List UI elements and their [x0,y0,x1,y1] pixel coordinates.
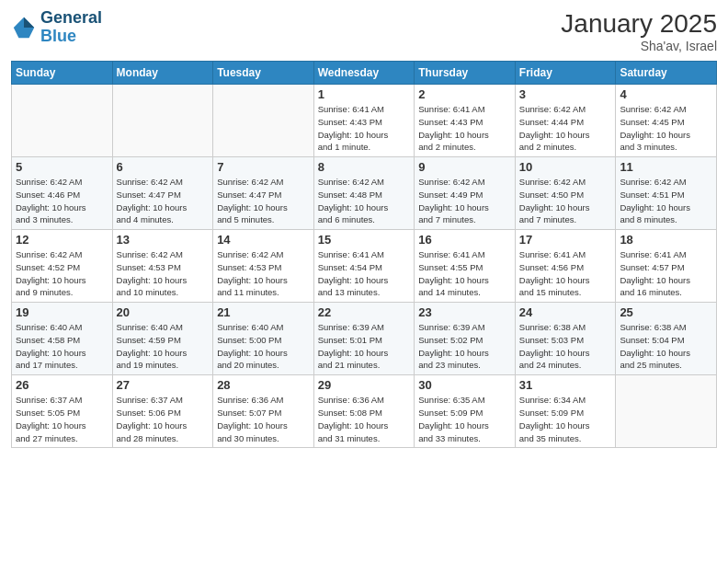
day-info: Sunrise: 6:41 AM Sunset: 4:56 PM Dayligh… [519,248,612,299]
calendar-cell: 28Sunrise: 6:36 AM Sunset: 5:07 PM Dayli… [213,375,314,448]
day-number: 21 [217,305,310,319]
calendar-cell: 1Sunrise: 6:41 AM Sunset: 4:43 PM Daylig… [313,85,415,157]
day-number: 2 [418,87,511,101]
day-number: 13 [117,233,210,247]
day-info: Sunrise: 6:35 AM Sunset: 5:09 PM Dayligh… [418,394,511,444]
day-number: 19 [16,305,108,319]
day-number: 12 [16,233,108,247]
calendar-week-5: 26Sunrise: 6:37 AM Sunset: 5:05 PM Dayli… [12,375,717,448]
title-block: January 2025 Sha'av, Israel [561,9,717,53]
day-number: 20 [117,305,210,319]
calendar-cell: 8Sunrise: 6:42 AM Sunset: 4:48 PM Daylig… [313,157,415,230]
calendar-cell: 7Sunrise: 6:42 AM Sunset: 4:47 PM Daylig… [213,157,314,230]
day-number: 6 [117,160,210,174]
day-number: 17 [519,233,612,247]
col-monday: Monday [112,62,213,85]
calendar-week-2: 5Sunrise: 6:42 AM Sunset: 4:46 PM Daylig… [12,157,717,230]
page: General Blue January 2025 Sha'av, Israel… [0,0,728,563]
day-info: Sunrise: 6:42 AM Sunset: 4:46 PM Dayligh… [16,176,108,226]
day-info: Sunrise: 6:39 AM Sunset: 5:01 PM Dayligh… [318,321,411,372]
calendar-cell: 17Sunrise: 6:41 AM Sunset: 4:56 PM Dayli… [515,230,616,303]
calendar-cell: 27Sunrise: 6:37 AM Sunset: 5:06 PM Dayli… [112,375,213,448]
day-info: Sunrise: 6:36 AM Sunset: 5:07 PM Dayligh… [217,394,310,444]
day-info: Sunrise: 6:41 AM Sunset: 4:57 PM Dayligh… [620,248,712,299]
calendar-cell: 9Sunrise: 6:42 AM Sunset: 4:49 PM Daylig… [415,157,516,230]
calendar-cell: 22Sunrise: 6:39 AM Sunset: 5:01 PM Dayli… [313,303,415,375]
calendar-week-1: 1Sunrise: 6:41 AM Sunset: 4:43 PM Daylig… [12,85,717,157]
day-number: 23 [418,305,511,319]
calendar-cell: 31Sunrise: 6:34 AM Sunset: 5:09 PM Dayli… [515,375,616,448]
day-number: 4 [620,87,712,101]
day-info: Sunrise: 6:36 AM Sunset: 5:08 PM Dayligh… [318,394,411,444]
day-number: 5 [16,160,108,174]
day-info: Sunrise: 6:42 AM Sunset: 4:53 PM Dayligh… [117,248,210,299]
calendar-cell: 24Sunrise: 6:38 AM Sunset: 5:03 PM Dayli… [515,303,616,375]
day-number: 9 [418,160,511,174]
day-info: Sunrise: 6:42 AM Sunset: 4:51 PM Dayligh… [620,176,712,226]
calendar-cell: 2Sunrise: 6:41 AM Sunset: 4:43 PM Daylig… [415,85,516,157]
day-info: Sunrise: 6:41 AM Sunset: 4:55 PM Dayligh… [418,248,511,299]
day-info: Sunrise: 6:42 AM Sunset: 4:47 PM Dayligh… [217,176,310,226]
day-number: 10 [519,160,612,174]
header: General Blue January 2025 Sha'av, Israel [11,9,717,53]
day-number: 8 [318,160,411,174]
calendar: Sunday Monday Tuesday Wednesday Thursday… [11,61,717,448]
calendar-cell: 19Sunrise: 6:40 AM Sunset: 4:58 PM Dayli… [12,303,113,375]
day-info: Sunrise: 6:38 AM Sunset: 5:04 PM Dayligh… [620,321,712,372]
day-number: 26 [16,378,108,392]
calendar-cell: 13Sunrise: 6:42 AM Sunset: 4:53 PM Dayli… [112,230,213,303]
calendar-cell: 25Sunrise: 6:38 AM Sunset: 5:04 PM Dayli… [616,303,717,375]
day-info: Sunrise: 6:39 AM Sunset: 5:02 PM Dayligh… [418,321,511,372]
day-number: 28 [217,378,310,392]
calendar-cell: 5Sunrise: 6:42 AM Sunset: 4:46 PM Daylig… [12,157,113,230]
calendar-cell: 16Sunrise: 6:41 AM Sunset: 4:55 PM Dayli… [415,230,516,303]
calendar-cell: 10Sunrise: 6:42 AM Sunset: 4:50 PM Dayli… [515,157,616,230]
day-info: Sunrise: 6:40 AM Sunset: 5:00 PM Dayligh… [217,321,310,372]
day-number: 14 [217,233,310,247]
day-number: 22 [318,305,411,319]
calendar-cell: 3Sunrise: 6:42 AM Sunset: 4:44 PM Daylig… [515,85,616,157]
day-info: Sunrise: 6:42 AM Sunset: 4:48 PM Dayligh… [318,176,411,226]
calendar-cell: 20Sunrise: 6:40 AM Sunset: 4:59 PM Dayli… [112,303,213,375]
col-tuesday: Tuesday [213,62,314,85]
day-info: Sunrise: 6:42 AM Sunset: 4:49 PM Dayligh… [418,176,511,226]
day-number: 31 [519,378,612,392]
day-number: 27 [117,378,210,392]
col-friday: Friday [515,62,616,85]
calendar-cell: 26Sunrise: 6:37 AM Sunset: 5:05 PM Dayli… [12,375,113,448]
calendar-cell: 12Sunrise: 6:42 AM Sunset: 4:52 PM Dayli… [12,230,113,303]
month-title: January 2025 [561,9,717,39]
day-info: Sunrise: 6:37 AM Sunset: 5:06 PM Dayligh… [117,394,210,444]
day-number: 15 [318,233,411,247]
day-number: 24 [519,305,612,319]
location-subtitle: Sha'av, Israel [561,39,717,53]
day-info: Sunrise: 6:40 AM Sunset: 4:58 PM Dayligh… [16,321,108,372]
svg-marker-1 [24,17,34,28]
day-number: 11 [620,160,712,174]
day-info: Sunrise: 6:42 AM Sunset: 4:50 PM Dayligh… [519,176,612,226]
calendar-cell [213,85,314,157]
col-thursday: Thursday [415,62,516,85]
logo: General Blue [11,9,102,46]
day-info: Sunrise: 6:41 AM Sunset: 4:54 PM Dayligh… [318,248,411,299]
calendar-cell: 30Sunrise: 6:35 AM Sunset: 5:09 PM Dayli… [415,375,516,448]
logo-text: General Blue [40,9,102,46]
calendar-cell: 11Sunrise: 6:42 AM Sunset: 4:51 PM Dayli… [616,157,717,230]
calendar-cell [616,375,717,448]
day-number: 7 [217,160,310,174]
day-info: Sunrise: 6:42 AM Sunset: 4:52 PM Dayligh… [16,248,108,299]
calendar-cell: 18Sunrise: 6:41 AM Sunset: 4:57 PM Dayli… [616,230,717,303]
day-info: Sunrise: 6:40 AM Sunset: 4:59 PM Dayligh… [117,321,210,372]
calendar-header-row: Sunday Monday Tuesday Wednesday Thursday… [12,62,717,85]
day-number: 25 [620,305,712,319]
day-info: Sunrise: 6:41 AM Sunset: 4:43 PM Dayligh… [318,103,411,154]
calendar-cell [112,85,213,157]
day-number: 18 [620,233,712,247]
day-info: Sunrise: 6:41 AM Sunset: 4:43 PM Dayligh… [418,103,511,154]
calendar-cell: 14Sunrise: 6:42 AM Sunset: 4:53 PM Dayli… [213,230,314,303]
day-info: Sunrise: 6:42 AM Sunset: 4:44 PM Dayligh… [519,103,612,154]
calendar-cell: 6Sunrise: 6:42 AM Sunset: 4:47 PM Daylig… [112,157,213,230]
day-number: 3 [519,87,612,101]
calendar-week-4: 19Sunrise: 6:40 AM Sunset: 4:58 PM Dayli… [12,303,717,375]
day-info: Sunrise: 6:42 AM Sunset: 4:53 PM Dayligh… [217,248,310,299]
